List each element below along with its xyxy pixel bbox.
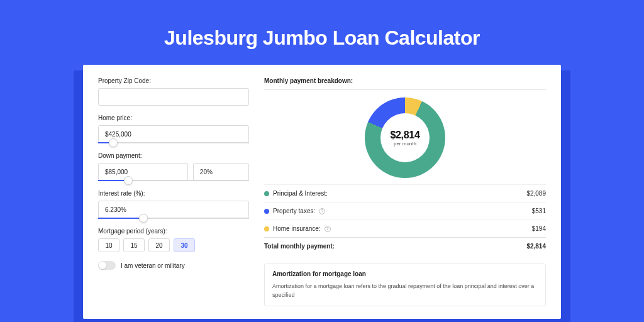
breakdown-item-value: $531 <box>532 208 546 214</box>
period-options: 10 15 20 30 <box>98 238 249 252</box>
home-price-slider[interactable] <box>98 142 249 143</box>
zip-group: Property Zip Code: <box>98 77 249 106</box>
page-title: Julesburg Jumbo Loan Calculator <box>0 0 644 65</box>
breakdown-row-principal: Principal & Interest: $2,089 <box>264 184 546 202</box>
period-option-10[interactable]: 10 <box>98 238 119 252</box>
period-option-30[interactable]: 30 <box>174 238 195 252</box>
interest-label: Interest rate (%): <box>98 190 249 197</box>
down-payment-input[interactable] <box>98 163 188 180</box>
veteran-toggle[interactable] <box>98 261 116 270</box>
interest-slider[interactable] <box>98 218 249 219</box>
breakdown-column: Monthly payment breakdown: $2,814 per mo… <box>264 77 546 306</box>
breakdown-item-label: Home insurance: <box>273 225 321 232</box>
interest-input[interactable] <box>98 201 249 218</box>
legend-dot-icon <box>264 226 269 231</box>
down-payment-pct-input[interactable] <box>193 163 249 180</box>
breakdown-item-label: Property taxes: <box>273 208 315 214</box>
legend-dot-icon <box>264 209 269 214</box>
total-label: Total monthly payment: <box>264 243 335 250</box>
breakdown-item-value: $2,089 <box>526 190 546 197</box>
donut-value: $2,814 <box>390 130 419 141</box>
down-payment-slider[interactable] <box>98 180 249 181</box>
legend-dot-icon <box>264 191 269 196</box>
donut-chart: $2,814 per month <box>365 97 445 178</box>
home-price-label: Home price: <box>98 114 249 121</box>
calculator-card: Property Zip Code: Home price: Down paym… <box>83 65 561 319</box>
breakdown-title: Monthly payment breakdown: <box>264 77 546 90</box>
slider-thumb[interactable] <box>124 176 133 185</box>
breakdown-item-label: Principal & Interest: <box>273 190 328 197</box>
period-option-15[interactable]: 15 <box>123 238 145 252</box>
info-icon[interactable]: ? <box>319 208 325 214</box>
breakdown-item-value: $194 <box>532 225 546 232</box>
toggle-knob <box>99 262 106 269</box>
down-payment-group: Down payment: <box>98 152 249 181</box>
amortization-card: Amortization for mortgage loan Amortizat… <box>264 264 546 306</box>
zip-input[interactable] <box>98 88 249 106</box>
total-value: $2,814 <box>526 243 546 250</box>
donut-label: per month <box>390 141 419 147</box>
info-icon[interactable]: ? <box>325 226 331 232</box>
veteran-label: I am veteran or military <box>121 262 185 269</box>
period-group: Mortgage period (years): 10 15 20 30 <box>98 228 249 252</box>
home-price-group: Home price: <box>98 114 249 143</box>
breakdown-row-total: Total monthly payment: $2,814 <box>264 237 546 255</box>
breakdown-row-taxes: Property taxes: ? $531 <box>264 202 546 219</box>
slider-thumb[interactable] <box>109 138 118 147</box>
period-label: Mortgage period (years): <box>98 228 249 235</box>
amortization-body: Amortization for a mortgage loan refers … <box>272 282 538 299</box>
period-option-20[interactable]: 20 <box>148 238 170 252</box>
home-price-input[interactable] <box>98 125 249 143</box>
zip-label: Property Zip Code: <box>98 77 249 84</box>
breakdown-row-insurance: Home insurance: ? $194 <box>264 219 546 237</box>
veteran-row: I am veteran or military <box>98 261 249 270</box>
down-payment-label: Down payment: <box>98 152 249 159</box>
form-column: Property Zip Code: Home price: Down paym… <box>98 77 249 306</box>
slider-thumb[interactable] <box>139 214 148 223</box>
donut-center: $2,814 per month <box>390 130 419 147</box>
donut-chart-wrap: $2,814 per month <box>264 90 546 184</box>
interest-group: Interest rate (%): <box>98 190 249 219</box>
amortization-title: Amortization for mortgage loan <box>272 270 538 277</box>
